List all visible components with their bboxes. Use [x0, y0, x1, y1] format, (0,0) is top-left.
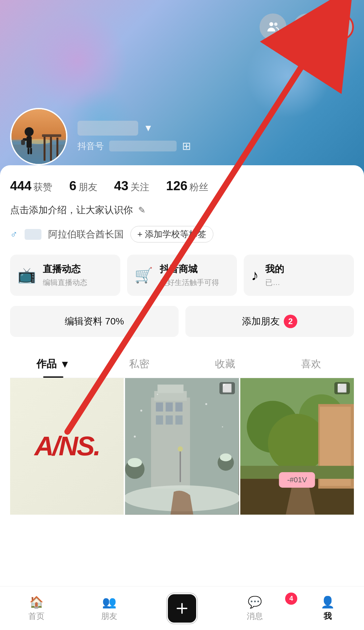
add-friends-button[interactable]: 添加朋友 2	[185, 306, 354, 337]
avatar[interactable]	[10, 108, 67, 165]
nav-item-home[interactable]: 🏠 首页	[0, 595, 73, 622]
add-friends-label: 添加朋友	[242, 315, 280, 328]
tab-likes[interactable]: 喜欢	[268, 350, 354, 378]
nav-item-profile[interactable]: 👤 我	[291, 595, 364, 622]
bio-text[interactable]: 点击添加介绍，让大家认识你	[10, 204, 133, 217]
stat-followers-num: 126	[166, 179, 187, 193]
username-dropdown-arrow[interactable]: ▼	[144, 123, 153, 134]
menu-icon-button[interactable]	[327, 13, 354, 40]
svg-rect-24	[158, 384, 184, 393]
stat-friends-num: 6	[69, 179, 76, 193]
feature-live-title: 直播动态	[43, 263, 87, 276]
svg-point-37	[178, 446, 183, 451]
friends-icon-button[interactable]	[260, 13, 286, 40]
bottom-nav: 🏠 首页 👥 朋友 💬 消息 4 👤 我	[0, 586, 364, 630]
tab-works-dropdown: ▼	[60, 359, 70, 370]
svg-rect-26	[166, 402, 173, 411]
feature-card-live[interactable]: 📺 直播动态 编辑直播动态	[10, 255, 120, 296]
svg-point-41	[222, 426, 223, 428]
nav-profile-label: 我	[324, 611, 332, 622]
svg-rect-12	[27, 136, 32, 148]
feature-live-subtitle: 编辑直播动态	[43, 278, 87, 288]
add-button[interactable]	[167, 593, 197, 624]
svg-rect-36	[180, 450, 181, 482]
svg-point-42	[134, 436, 136, 438]
svg-rect-14	[30, 148, 32, 154]
grid-item-3[interactable]: -#01V ⬜	[240, 378, 354, 515]
location-flag	[25, 229, 41, 240]
stat-followers[interactable]: 126 粉丝	[166, 179, 208, 194]
douyin-id-row: 抖音号 ⊞	[78, 140, 191, 152]
grid-item-1-text: A/NS.	[34, 431, 99, 462]
tab-works[interactable]: 作品 ▼	[10, 350, 96, 378]
stat-following-num: 43	[114, 179, 128, 193]
grid-item-3-card: -#01V	[279, 472, 315, 488]
feature-live-texts: 直播动态 编辑直播动态	[43, 263, 87, 288]
feature-music-texts: 我的 已…	[265, 263, 284, 288]
qr-icon[interactable]: ⊞	[182, 140, 191, 152]
svg-rect-17	[43, 135, 46, 161]
content-grid: A/NS.	[10, 378, 354, 515]
location-text: 阿拉伯联合酋长国	[48, 228, 124, 241]
home-icon: 🏠	[29, 595, 43, 609]
username-blurred	[78, 121, 138, 136]
gender-icon: ♂	[10, 229, 18, 240]
nav-friends-label: 朋友	[101, 611, 117, 622]
grid-item-3-multi-icon: ⬜	[334, 382, 350, 394]
feature-card-shop[interactable]: 🛒 抖音商城 美好生活触手可得	[127, 255, 237, 296]
nav-item-add[interactable]	[146, 593, 218, 624]
nav-item-messages[interactable]: 💬 消息 4	[218, 595, 291, 622]
svg-rect-20	[42, 134, 61, 137]
svg-point-1	[274, 23, 277, 26]
shop-icon: 🛒	[134, 266, 153, 284]
svg-point-33	[128, 458, 142, 467]
feature-cards: 📺 直播动态 编辑直播动态 🛒 抖音商城 美好生活触手可得 ♪ 我的 已…	[10, 255, 354, 296]
stat-likes[interactable]: 444 获赞	[10, 179, 52, 194]
bio-row: 点击添加介绍，让大家认识你 ✎	[10, 204, 354, 217]
svg-point-39	[157, 394, 158, 395]
stat-friends[interactable]: 6 朋友	[69, 179, 97, 194]
top-icons-container	[260, 13, 354, 40]
add-tag-button[interactable]: + 添加学校等标签	[130, 226, 213, 242]
svg-point-38	[141, 409, 143, 411]
search-icon	[300, 20, 313, 34]
grid-item-2-multi-icon: ⬜	[219, 382, 235, 394]
stat-likes-label: 获赞	[33, 181, 52, 194]
username-row: ▼	[78, 121, 191, 136]
svg-rect-27	[176, 402, 183, 411]
svg-rect-18	[50, 137, 52, 161]
stat-following[interactable]: 43 关注	[114, 179, 149, 194]
feature-music-subtitle: 已…	[265, 278, 284, 288]
grid-item-2[interactable]: ⬜	[125, 378, 239, 515]
stat-friends-label: 朋友	[79, 181, 97, 194]
svg-line-3	[308, 29, 312, 32]
tab-private[interactable]: 私密	[96, 350, 182, 378]
add-friends-badge: 2	[284, 315, 297, 328]
feature-shop-subtitle: 美好生活触手可得	[160, 278, 219, 288]
douyin-id-value-blurred	[109, 141, 177, 151]
tabs-row: 作品 ▼ 私密 收藏 喜欢	[10, 350, 354, 378]
profile-info-section: ▼ 抖音号 ⊞	[10, 108, 191, 165]
music-icon: ♪	[251, 267, 259, 284]
feature-card-music[interactable]: ♪ 我的 已…	[244, 255, 354, 296]
tab-favorites-label: 收藏	[215, 357, 235, 371]
edit-profile-button[interactable]: 编辑资料 70%	[10, 306, 179, 337]
profile-banner: ▼ 抖音号 ⊞	[0, 0, 364, 175]
svg-point-35	[220, 454, 232, 461]
stat-following-label: 关注	[130, 181, 149, 194]
profile-text: ▼ 抖音号 ⊞	[78, 121, 191, 152]
action-buttons: 编辑资料 70% 添加朋友 2	[10, 306, 354, 337]
svg-rect-19	[56, 138, 58, 161]
tab-favorites[interactable]: 收藏	[182, 350, 268, 378]
nav-item-friends[interactable]: 👥 朋友	[73, 595, 146, 622]
banner-decoration-2	[246, 34, 330, 118]
grid-item-1[interactable]: A/NS.	[10, 378, 124, 515]
edit-bio-icon[interactable]: ✎	[138, 205, 146, 216]
svg-rect-25	[156, 402, 163, 411]
nav-messages-icon: 💬	[248, 595, 262, 609]
nav-profile-icon: 👤	[321, 595, 335, 609]
search-icon-button[interactable]	[293, 13, 320, 40]
add-icon	[175, 601, 189, 616]
douyin-id-label: 抖音号	[78, 140, 104, 152]
feature-shop-texts: 抖音商城 美好生活触手可得	[160, 263, 219, 288]
